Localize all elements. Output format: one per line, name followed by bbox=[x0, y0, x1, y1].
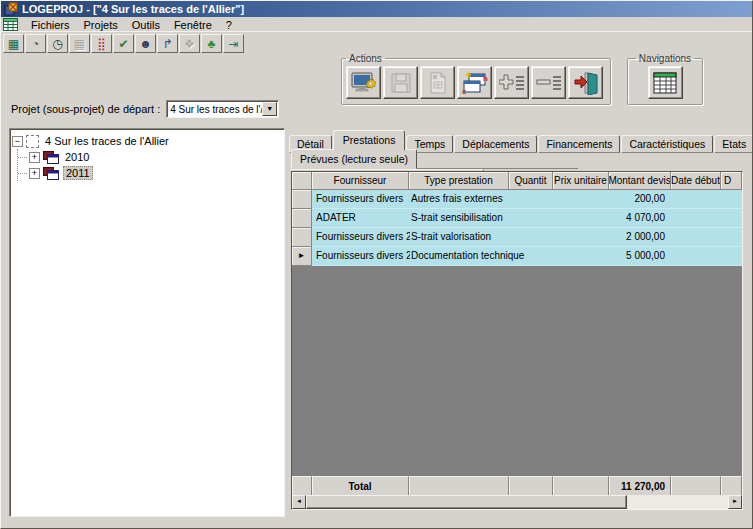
tree-root-node[interactable]: − 4 Sur les traces de l'Allier bbox=[12, 133, 282, 149]
total-cell bbox=[509, 476, 553, 495]
user-button[interactable]: ☻ bbox=[135, 34, 156, 53]
cell-fournisseur: Fournisseurs divers 2011 bbox=[316, 231, 410, 242]
project-combobox-value: 4 Sur les traces de l'/ bbox=[167, 104, 262, 115]
scroll-right-icon[interactable]: ► bbox=[728, 495, 742, 509]
table-row[interactable]: ADATERS-trait sensibilisation4 070,00 bbox=[292, 209, 742, 228]
expand-toggle-icon[interactable]: + bbox=[29, 168, 40, 179]
tree-node-label[interactable]: 2011 bbox=[63, 166, 93, 180]
refresh-view-button[interactable] bbox=[346, 66, 381, 99]
tree-node-label[interactable]: 2010 bbox=[63, 151, 91, 163]
total-cell bbox=[553, 476, 609, 495]
tree-node-2011[interactable]: +2011 bbox=[18, 165, 282, 181]
row-selector[interactable] bbox=[292, 209, 312, 228]
statistics-icon: ⣿ bbox=[97, 38, 106, 50]
windows-button[interactable]: h c bbox=[457, 66, 492, 99]
column-header[interactable]: Montant devis bbox=[609, 172, 671, 190]
column-header[interactable]: Prix unitaire bbox=[553, 172, 609, 190]
tab-caractristiques[interactable]: Caractéristiques bbox=[621, 135, 713, 153]
export-button[interactable] bbox=[420, 66, 455, 99]
navigations-group: Navigations bbox=[627, 53, 703, 105]
table-row[interactable]: Fournisseurs diversAutres frais externes… bbox=[292, 190, 742, 209]
datasheet-icon: ▦ bbox=[8, 38, 19, 50]
total-cell bbox=[409, 476, 509, 495]
navigation-table-button[interactable] bbox=[648, 66, 683, 99]
row-cells: Fournisseurs divers 2011S-trait valorisa… bbox=[312, 228, 742, 247]
subproject-icon bbox=[43, 151, 59, 164]
column-header[interactable]: Type prestation bbox=[409, 172, 509, 190]
datasheet-button[interactable]: ▦ bbox=[3, 34, 24, 53]
row-selector[interactable] bbox=[292, 228, 312, 247]
svg-text:c: c bbox=[462, 87, 467, 95]
tools-icon: ❖ bbox=[184, 38, 195, 50]
column-header[interactable]: Date début bbox=[671, 172, 721, 190]
current-row-marker[interactable]: ► bbox=[292, 247, 312, 266]
cell-type-prestation: S-trait valorisation bbox=[411, 231, 559, 242]
statistics-button[interactable]: ⣿ bbox=[91, 34, 112, 53]
timer-icon: ◷ bbox=[52, 38, 62, 50]
chevron-down-icon[interactable]: ▼ bbox=[262, 102, 277, 116]
menu-bar: FichiersProjetsOutilsFenêtre? bbox=[1, 17, 753, 32]
project-tree: − 4 Sur les traces de l'Allier +2010+201… bbox=[9, 128, 285, 517]
column-header[interactable]: Quantit bbox=[509, 172, 553, 190]
menu-?[interactable]: ? bbox=[219, 19, 239, 31]
timer-button[interactable]: ◷ bbox=[47, 34, 68, 53]
app-icon bbox=[4, 2, 18, 16]
tab-etats[interactable]: Etats bbox=[714, 135, 753, 153]
total-label: Total bbox=[312, 476, 409, 495]
app-window: LOGEPROJ - ["4 Sur les traces de l'Allie… bbox=[0, 0, 753, 529]
menu-fentre[interactable]: Fenêtre bbox=[167, 19, 219, 31]
column-header[interactable]: D bbox=[721, 172, 742, 190]
expand-toggle-icon[interactable]: + bbox=[29, 152, 40, 163]
cell-type-prestation: Documentation technique bbox=[411, 250, 559, 261]
column-header[interactable]: Fournisseur bbox=[312, 172, 409, 190]
exit-button[interactable]: ⇥ bbox=[223, 34, 244, 53]
quit-button[interactable] bbox=[568, 66, 603, 99]
project-select-label: Projet (sous-projet) de départ : bbox=[11, 103, 160, 115]
table-row[interactable]: Fournisseurs divers 2011S-trait valorisa… bbox=[292, 228, 742, 247]
cell-montant-devis: 4 070,00 bbox=[553, 212, 665, 223]
table-header-row: FournisseurType prestationQuantitPrix un… bbox=[292, 172, 742, 190]
scrollbar-thumb[interactable] bbox=[306, 495, 627, 509]
row-selector[interactable] bbox=[292, 190, 312, 209]
tab-prestations[interactable]: Prestations bbox=[333, 130, 406, 151]
subproject-icon bbox=[43, 167, 59, 180]
validate-button[interactable]: ✔ bbox=[113, 34, 134, 53]
column-header[interactable] bbox=[292, 172, 312, 190]
add-line-button[interactable] bbox=[494, 66, 529, 99]
exit-icon: ⇥ bbox=[228, 38, 238, 50]
cell-fournisseur: Fournisseurs divers bbox=[316, 193, 410, 204]
save-button[interactable] bbox=[383, 66, 418, 99]
project-icon bbox=[26, 135, 39, 148]
preview-icon: ◔ bbox=[32, 38, 39, 50]
tree-node-2010[interactable]: +2010 bbox=[18, 149, 282, 165]
horizontal-scrollbar[interactable]: ◄ ► bbox=[292, 495, 742, 509]
total-cell bbox=[292, 476, 312, 495]
tools-button[interactable]: ❖ bbox=[179, 34, 200, 53]
total-montant: 11 270,00 bbox=[609, 476, 671, 495]
menu-fichiers[interactable]: Fichiers bbox=[24, 19, 77, 31]
remove-line-button[interactable] bbox=[531, 66, 566, 99]
menu-outils[interactable]: Outils bbox=[125, 19, 167, 31]
cell-montant-devis: 200,00 bbox=[553, 193, 665, 204]
calendar-icon: ▦ bbox=[74, 38, 85, 50]
total-cell bbox=[721, 476, 742, 495]
scroll-left-icon[interactable]: ◄ bbox=[292, 495, 306, 509]
tree-root-label[interactable]: 4 Sur les traces de l'Allier bbox=[43, 135, 171, 147]
detail-panel: DétailPrestationsTempsDéplacementsFinanc… bbox=[289, 130, 749, 513]
menu-projets[interactable]: Projets bbox=[77, 19, 125, 31]
table-row[interactable]: ►Fournisseurs divers 2011Documentation t… bbox=[292, 247, 742, 266]
calendar-button[interactable]: ▦ bbox=[69, 34, 90, 53]
scrollbar-track[interactable] bbox=[306, 495, 728, 509]
collapse-toggle-icon[interactable]: − bbox=[12, 136, 23, 147]
subtab-prevues[interactable]: Prévues (lecture seule) bbox=[291, 149, 417, 169]
window-title: LOGEPROJ - ["4 Sur les traces de l'Allie… bbox=[22, 3, 244, 15]
preview-button[interactable]: ◔ bbox=[25, 34, 46, 53]
frog-button[interactable]: ♣ bbox=[201, 34, 222, 53]
user-icon: ☻ bbox=[139, 38, 152, 50]
planning-button[interactable]: ↱ bbox=[157, 34, 178, 53]
cell-type-prestation: S-trait sensibilisation bbox=[411, 212, 559, 223]
document-table-icon[interactable] bbox=[3, 18, 18, 31]
project-combobox[interactable]: 4 Sur les traces de l'/ ▼ bbox=[166, 100, 279, 118]
toolbar: ▦◔◷▦⣿✔☻↱❖♣⇥ bbox=[1, 33, 753, 54]
planning-icon: ↱ bbox=[162, 38, 172, 50]
